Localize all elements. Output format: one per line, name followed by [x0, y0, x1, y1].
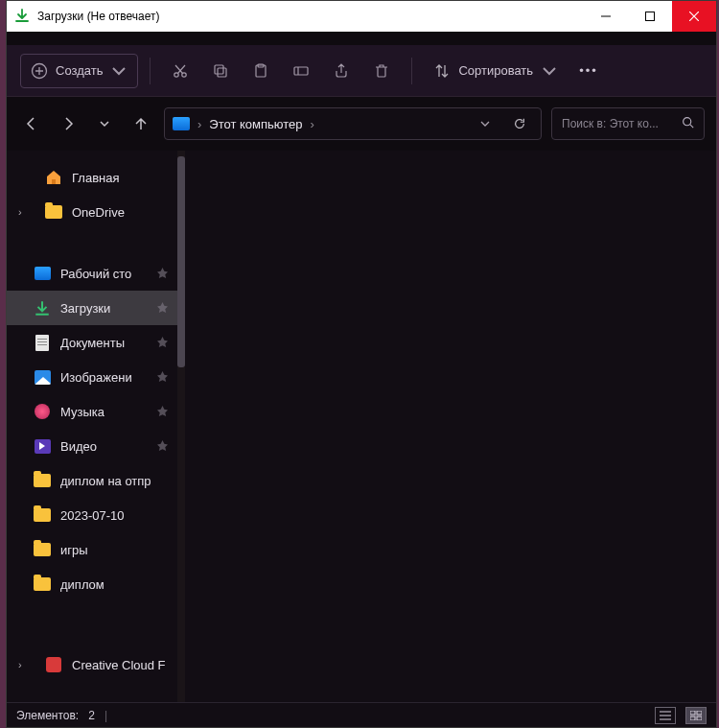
- pin-icon: [157, 405, 168, 419]
- search-placeholder: Поиск в: Этот ко...: [562, 117, 674, 130]
- desktop-icon: [34, 265, 51, 282]
- breadcrumb[interactable]: Этот компьютер: [209, 117, 302, 131]
- forward-button[interactable]: [55, 108, 81, 139]
- address-dropdown[interactable]: [472, 118, 499, 129]
- new-button-label: Создать: [56, 63, 103, 78]
- creative-cloud-icon: [45, 656, 62, 673]
- pin-icon: [157, 370, 168, 385]
- tab-strip: [7, 32, 716, 45]
- folder-icon: [34, 506, 51, 524]
- svg-rect-5: [215, 65, 223, 74]
- scrollbar-thumb[interactable]: [177, 156, 185, 367]
- sidebar-item-folder[interactable]: 2023-07-10: [7, 498, 177, 532]
- rename-icon: [292, 62, 310, 80]
- pin-icon: [157, 439, 168, 454]
- plus-circle-icon: [31, 62, 48, 80]
- details-view-button[interactable]: [655, 707, 676, 724]
- music-icon: [34, 403, 51, 420]
- cut-button[interactable]: [162, 54, 198, 88]
- back-button[interactable]: [18, 108, 45, 139]
- rename-button[interactable]: [283, 54, 319, 88]
- toolbar-separator: [150, 58, 151, 84]
- body: Главная › OneDrive Рабочий сто Загрузки …: [7, 151, 716, 702]
- toolbar: Создать Сортировать •••: [7, 45, 716, 97]
- this-pc-icon: [173, 117, 190, 130]
- new-button[interactable]: Создать: [20, 54, 138, 88]
- ellipsis-icon: •••: [579, 63, 598, 78]
- search-input[interactable]: Поиск в: Этот ко...: [551, 107, 705, 140]
- folder-icon: [34, 575, 51, 593]
- svg-rect-1: [646, 12, 655, 21]
- refresh-button[interactable]: [506, 117, 533, 130]
- share-button[interactable]: [323, 54, 360, 88]
- search-icon: [682, 116, 694, 131]
- sidebar-item-pictures[interactable]: Изображени: [7, 360, 177, 394]
- sort-label: Сортировать: [458, 63, 533, 78]
- toolbar-separator: [411, 58, 412, 84]
- recent-button[interactable]: [91, 108, 118, 139]
- status-bar: Элементов: 2 |: [7, 702, 716, 727]
- sidebar-scrollbar[interactable]: [177, 151, 185, 702]
- trash-icon: [373, 62, 390, 80]
- titlebar: Загрузки (Не отвечает): [7, 1, 716, 32]
- svg-rect-12: [697, 711, 702, 715]
- pictures-icon: [34, 368, 51, 386]
- home-icon: [45, 169, 62, 186]
- status-elements-count: 2: [88, 709, 95, 722]
- svg-rect-9: [294, 67, 308, 75]
- status-elements-label: Элементов:: [16, 709, 79, 722]
- chevron-right-icon: ›: [311, 117, 314, 131]
- sidebar-item-home[interactable]: Главная: [7, 160, 177, 195]
- downloads-icon: [34, 299, 51, 317]
- copy-button[interactable]: [202, 54, 239, 88]
- more-button[interactable]: •••: [571, 63, 606, 78]
- up-button[interactable]: [128, 108, 154, 139]
- sidebar-item-downloads[interactable]: Загрузки: [7, 291, 177, 325]
- close-button[interactable]: [672, 1, 716, 32]
- svg-rect-13: [690, 716, 695, 720]
- sidebar-item-videos[interactable]: Видео: [7, 429, 177, 463]
- folder-icon: [34, 472, 51, 489]
- clipboard-icon: [252, 62, 269, 80]
- folder-icon: [45, 203, 62, 221]
- chevron-right-icon[interactable]: ›: [18, 659, 22, 670]
- folder-icon: [34, 541, 51, 558]
- sort-button[interactable]: Сортировать: [424, 62, 568, 80]
- chevron-right-icon[interactable]: ›: [18, 206, 22, 218]
- navigation-pane: Главная › OneDrive Рабочий сто Загрузки …: [7, 151, 177, 702]
- sidebar-item-music[interactable]: Музыка: [7, 394, 177, 429]
- svg-point-10: [684, 118, 691, 126]
- thumbnails-view-button[interactable]: [685, 707, 707, 724]
- svg-rect-6: [218, 68, 226, 77]
- sidebar-item-folder[interactable]: диплом на отпр: [7, 463, 177, 498]
- paste-button[interactable]: [243, 54, 279, 88]
- chevron-down-icon: [110, 62, 128, 80]
- sidebar-item-desktop[interactable]: Рабочий сто: [7, 256, 177, 291]
- sort-icon: [433, 62, 451, 80]
- scissors-icon: [172, 62, 189, 80]
- download-icon: [14, 9, 30, 24]
- pin-icon: [157, 301, 168, 316]
- file-list[interactable]: [185, 151, 716, 702]
- delete-button[interactable]: [363, 54, 400, 88]
- sidebar-item-folder[interactable]: игры: [7, 532, 177, 567]
- share-icon: [333, 62, 350, 80]
- svg-rect-11: [690, 711, 695, 715]
- pin-icon: [157, 336, 168, 350]
- documents-icon: [34, 334, 51, 351]
- chevron-right-icon: ›: [197, 117, 201, 131]
- sidebar-item-onedrive[interactable]: › OneDrive: [7, 195, 177, 229]
- chevron-down-icon: [541, 62, 558, 80]
- copy-icon: [212, 62, 229, 80]
- svg-rect-14: [697, 716, 702, 720]
- address-bar[interactable]: › Этот компьютер ›: [164, 107, 542, 140]
- sidebar-item-documents[interactable]: Документы: [7, 325, 177, 360]
- minimize-button[interactable]: [584, 1, 628, 32]
- sidebar-item-creative-cloud[interactable]: › Creative Cloud F: [7, 647, 177, 682]
- sidebar-item-folder[interactable]: диплом: [7, 567, 177, 601]
- maximize-button[interactable]: [628, 1, 672, 32]
- pin-icon: [157, 267, 168, 281]
- explorer-window: Загрузки (Не отвечает) Создать: [6, 0, 717, 728]
- address-row: › Этот компьютер › Поиск в: Этот ко...: [7, 97, 716, 151]
- videos-icon: [34, 437, 51, 455]
